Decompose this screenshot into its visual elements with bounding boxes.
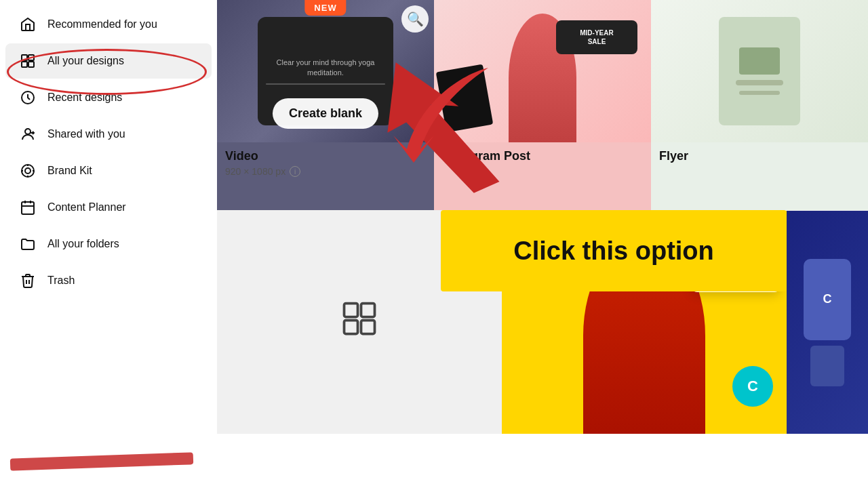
sidebar-label-folders: All your folders (47, 238, 119, 250)
template-card-instagram[interactable]: MID-YEARSALE Instagram Post (434, 0, 651, 210)
sidebar-item-trash[interactable]: Trash (5, 263, 212, 298)
sidebar-item-all-designs[interactable]: All your designs (5, 43, 212, 79)
sidebar-label-content-planner: Content Planner (47, 201, 126, 214)
sidebar-item-recommended[interactable]: Recommended for you (5, 7, 212, 42)
info-icon: i (290, 166, 300, 177)
sidebar-item-brand-kit[interactable]: Brand Kit (5, 153, 212, 188)
sidebar-label-trash: Trash (47, 274, 75, 287)
folder-icon (19, 236, 37, 252)
template-card-flyer[interactable]: Flyer (651, 0, 868, 210)
svg-rect-10 (344, 303, 358, 317)
svg-rect-0 (22, 55, 27, 60)
video-dimensions: 920 × 1080 px (225, 166, 285, 177)
trash-icon (19, 272, 37, 289)
flyer-inner (651, 0, 868, 142)
template-card-blue[interactable]: C (787, 211, 868, 434)
svg-rect-12 (344, 320, 358, 333)
svg-point-5 (25, 129, 31, 134)
sidebar-item-shared[interactable]: Shared with you (5, 117, 212, 152)
templates-row-top: NEW 🔍 Clear your mind through yoga medit… (217, 0, 868, 210)
svg-point-7 (22, 165, 34, 177)
svg-rect-1 (28, 55, 34, 60)
main-content: NEW 🔍 Clear your mind through yoga medit… (217, 0, 868, 488)
video-card-label: Video (217, 142, 434, 165)
sidebar-item-recent[interactable]: Recent designs (5, 80, 212, 115)
search-icon-top[interactable]: 🔍 (401, 5, 429, 33)
svg-point-8 (25, 168, 31, 174)
sidebar-label-shared: Shared with you (47, 128, 125, 140)
flyer-card-label: Flyer (651, 142, 868, 165)
template-card-video[interactable]: NEW 🔍 Clear your mind through yoga medit… (217, 0, 434, 210)
shared-icon (19, 126, 37, 142)
brand-icon (19, 163, 37, 179)
grid-icon (19, 53, 37, 69)
grid-icon-large (339, 298, 380, 347)
svg-rect-11 (361, 303, 375, 317)
sidebar-label-recommended: Recommended for you (47, 18, 157, 30)
svg-rect-9 (22, 202, 34, 214)
video-card-sub: 920 × 1080 px i (217, 165, 434, 178)
sidebar-label-recent: Recent designs (47, 92, 122, 104)
home-icon (19, 16, 37, 33)
sidebar-label-all-designs: All your designs (47, 55, 124, 67)
sidebar: Recommended for you All your designs Rec… (0, 0, 217, 488)
svg-rect-13 (361, 320, 375, 333)
sidebar-item-folders[interactable]: All your folders (5, 226, 212, 262)
brush-underline (10, 452, 193, 470)
clock-icon (19, 89, 37, 106)
svg-rect-3 (28, 62, 34, 67)
sidebar-item-content-planner[interactable]: Content Planner (5, 190, 212, 225)
instagram-inner: MID-YEARSALE (434, 0, 651, 142)
new-badge: NEW (304, 0, 346, 16)
instagram-card-label: Instagram Post (434, 142, 651, 165)
create-blank-button[interactable]: Create blank (273, 98, 378, 129)
svg-rect-2 (22, 62, 27, 67)
calendar-icon (19, 199, 37, 216)
sidebar-label-brand-kit: Brand Kit (47, 165, 92, 177)
banner-text: Click this option (513, 237, 714, 266)
video-card-inner: NEW 🔍 Clear your mind through yoga medit… (217, 0, 434, 142)
yellow-banner: Click this option (441, 210, 787, 291)
